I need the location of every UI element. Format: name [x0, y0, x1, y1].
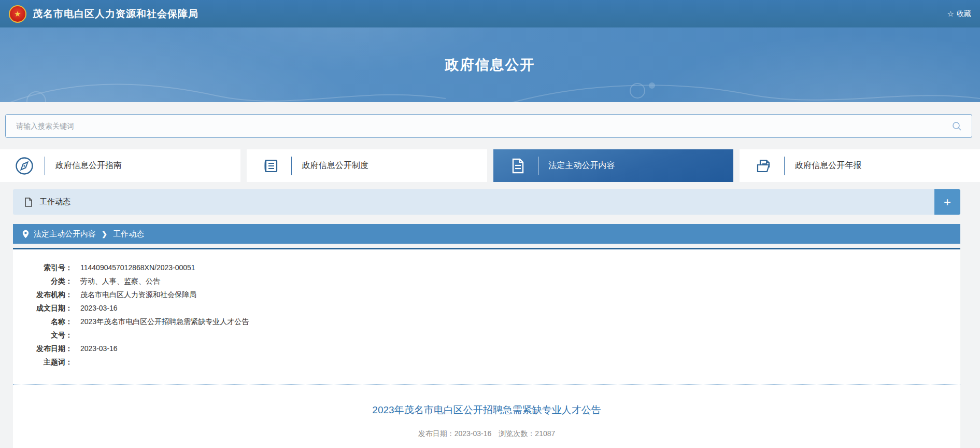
detail-row-index-number: 索引号： 1144090457012868XN/2023-00051 [13, 261, 960, 274]
chevron-right-icon: ❯ [102, 230, 107, 238]
field-label: 成文日期： [13, 301, 73, 315]
search-input[interactable] [16, 122, 952, 130]
folder-doc-icon [754, 156, 774, 176]
expand-button[interactable]: + [934, 189, 960, 215]
tab-bar: 政府信息公开指南 政府信息公开制度 法定主动公开内容 政府信息 [0, 149, 980, 182]
location-pin-icon [22, 230, 29, 239]
tab-annual-report[interactable]: 政府信息公开年报 [740, 149, 980, 182]
tab-label: 法定主动公开内容 [549, 160, 615, 171]
breadcrumb-item-statutory-disclosure[interactable]: 法定主动公开内容 [34, 229, 96, 239]
section-row: 工作动态 + [13, 189, 960, 215]
tab-statutory-disclosure[interactable]: 法定主动公开内容 [493, 149, 734, 182]
detail-row-written-date: 成文日期： 2023-03-16 [13, 301, 960, 315]
book-icon [261, 156, 281, 176]
detail-row-publish-date: 发布日期： 2023-03-16 [13, 342, 960, 355]
search-icon[interactable] [952, 121, 961, 131]
page-title: 政府信息公开 [445, 55, 535, 74]
field-value: 2023-03-16 [80, 342, 118, 355]
tab-label: 政府信息公开指南 [55, 160, 122, 171]
field-label: 发布日期： [13, 342, 73, 355]
article-title-link[interactable]: 2023年茂名市电白区公开招聘急需紧缺专业人才公告 [13, 403, 960, 417]
dotted-divider [13, 384, 960, 385]
search-box [5, 114, 972, 138]
field-label: 索引号： [13, 261, 73, 274]
tab-label: 政府信息公开制度 [302, 160, 368, 171]
detail-row-issuing-agency: 发布机构： 茂名市电白区人力资源和社会保障局 [13, 288, 960, 301]
favorite-label: 收藏 [957, 9, 971, 19]
publish-date-label: 发布日期： [418, 429, 455, 438]
document-icon [508, 156, 528, 176]
field-label: 名称： [13, 315, 73, 328]
compass-icon [15, 156, 34, 176]
detail-row-name: 名称： 2023年茂名市电白区公开招聘急需紧缺专业人才公告 [13, 315, 960, 328]
views-label: 浏览次数： [499, 429, 535, 438]
detail-row-doc-number: 文号： [13, 328, 960, 342]
banner: 政府信息公开 [0, 27, 980, 102]
detail-row-category: 分类： 劳动、人事、监察、公告 [13, 274, 960, 288]
tab-divider [45, 157, 45, 175]
field-value: 2023-03-16 [80, 301, 118, 315]
field-label: 分类： [13, 274, 73, 288]
field-label: 主题词： [13, 355, 73, 369]
emblem-star: ★ [14, 10, 21, 18]
views-value: 21087 [535, 429, 555, 438]
site-title: 茂名市电白区人力资源和社会保障局 [33, 7, 198, 21]
tab-divider [291, 157, 292, 175]
tab-public-info-system[interactable]: 政府信息公开制度 [247, 149, 487, 182]
article-meta: 发布日期：2023-03-16浏览次数：21087 [13, 429, 960, 439]
tab-divider [784, 157, 785, 175]
field-value: 劳动、人事、监察、公告 [80, 274, 160, 288]
section-title: 工作动态 [39, 197, 70, 207]
tab-label: 政府信息公开年报 [795, 160, 861, 171]
banner-flower-decoration [0, 75, 980, 102]
document-icon [24, 198, 32, 207]
field-label: 文号： [13, 328, 73, 342]
field-value: 1144090457012868XN/2023-00051 [80, 261, 195, 274]
detail-row-subject-words: 主题词： [13, 355, 960, 369]
publish-date-value: 2023-03-16 [455, 429, 492, 438]
section-bar-work-dynamics[interactable]: 工作动态 [13, 189, 934, 215]
field-label: 发布机构： [13, 288, 73, 301]
field-value: 2023年茂名市电白区公开招聘急需紧缺专业人才公告 [80, 315, 249, 328]
detail-card: 索引号： 1144090457012868XN/2023-00051 分类： 劳… [13, 248, 960, 448]
star-outline-icon: ☆ [947, 9, 954, 19]
breadcrumb-item-work-dynamics[interactable]: 工作动态 [113, 229, 144, 239]
field-value: 茂名市电白区人力资源和社会保障局 [80, 288, 196, 301]
topbar: ★ 茂名市电白区人力资源和社会保障局 ☆ 收藏 [0, 0, 980, 27]
favorite-button[interactable]: ☆ 收藏 [947, 9, 971, 19]
breadcrumb: 法定主动公开内容 ❯ 工作动态 [13, 224, 960, 244]
page: { "topbar": { "site_title": "茂名市电白区人力资源和… [0, 0, 980, 448]
tab-divider [538, 157, 538, 175]
search-section [0, 102, 980, 138]
tab-public-info-guide[interactable]: 政府信息公开指南 [0, 149, 240, 182]
national-emblem-icon: ★ [9, 5, 26, 23]
